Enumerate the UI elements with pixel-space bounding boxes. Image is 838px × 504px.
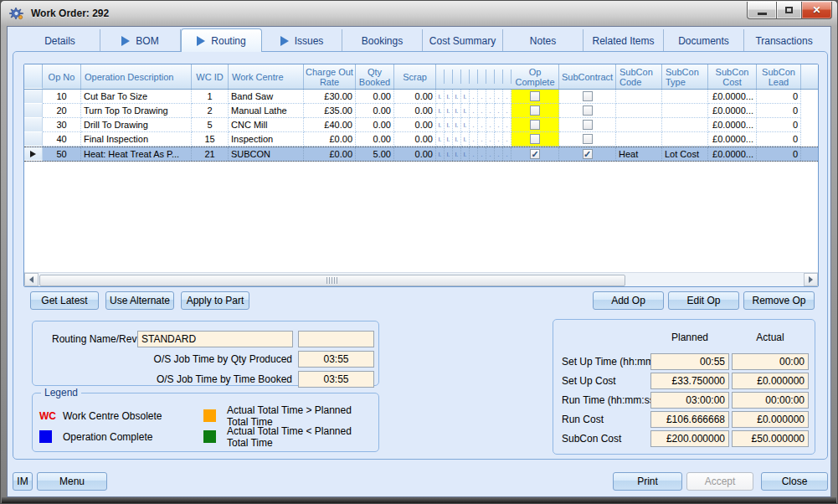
planned-run-time-hh-mm-ss--field[interactable]: 03:00:00 — [650, 392, 729, 409]
grid-cell-narrow: l. — [436, 90, 445, 104]
tab-transactions[interactable]: Transactions — [744, 29, 824, 52]
grid-header-subcon-cost[interactable]: SubCon Cost — [708, 64, 757, 89]
grid-cell-subcon-lead: 0 — [757, 104, 801, 118]
row-indicator-cell — [24, 90, 43, 104]
planned-subcon-cost-field[interactable]: £200.000000 — [650, 430, 729, 447]
routing-name-group: Routing Name/Rev STANDARD O/S Job Time b… — [32, 321, 379, 386]
os-job-time-qty-field[interactable]: 03:55 — [298, 351, 374, 368]
tab-arrow-icon — [280, 36, 289, 46]
grid-cell-narrow: l. — [461, 104, 470, 118]
grid-header-narrow-column[interactable] — [461, 64, 470, 89]
routing-name-input[interactable]: STANDARD — [137, 331, 293, 347]
tab-cost-summary[interactable]: Cost Summary — [423, 29, 503, 52]
grid-cell-narrow: l. — [453, 104, 461, 118]
subcontract-checkbox[interactable] — [583, 105, 593, 116]
scrollbar-thumb[interactable] — [39, 275, 625, 286]
window-title: Work Order: 292 — [31, 8, 109, 19]
print-button[interactable]: Print — [613, 472, 682, 491]
grid-cell-op-complete: ✓ — [512, 147, 559, 161]
subcontract-checkbox[interactable] — [583, 120, 593, 130]
grid-header-narrow-column[interactable] — [503, 64, 512, 89]
actual-run-cost-field[interactable]: £0.000000 — [732, 411, 809, 428]
subcontract-checkbox[interactable] — [583, 134, 593, 144]
grid-header-qty[interactable]: Qty Booked — [356, 64, 394, 89]
grid-cell-op-complete — [512, 104, 559, 118]
tab-notes[interactable]: Notes — [503, 29, 584, 52]
grid-cell-subcontract — [559, 90, 616, 104]
grid-horizontal-scrollbar[interactable] — [24, 272, 818, 286]
close-button[interactable]: ✕ — [802, 2, 832, 19]
grid-header-op-complete[interactable]: Op Complete — [512, 64, 559, 89]
menu-button[interactable]: Menu — [37, 472, 107, 491]
tab-bom[interactable]: BOM — [100, 29, 181, 52]
routing-name-label: Routing Name/Rev — [52, 333, 136, 345]
grid-row-op-10[interactable]: 10Cut Bar To Size1Band Saw£30.000.000.00… — [24, 90, 818, 104]
tab-details[interactable]: Details — [20, 29, 100, 52]
accept-button[interactable]: Accept — [686, 472, 753, 491]
grid-cell-subcon-type — [662, 90, 708, 104]
op-complete-checkbox[interactable] — [530, 105, 540, 116]
use-alternate-button[interactable]: Use Alternate — [105, 291, 174, 310]
scroll-right-button[interactable] — [804, 273, 818, 286]
minimize-button[interactable] — [747, 2, 777, 19]
actual-run-time-hh-mm-ss--field[interactable]: 00:00:00 — [732, 392, 809, 409]
subcontract-checkbox[interactable] — [583, 91, 593, 101]
op-complete-checkbox[interactable] — [530, 134, 540, 144]
grid-header-subcon-type[interactable]: SubCon Type — [662, 64, 708, 89]
grid-header-wc-id[interactable]: WC ID — [192, 64, 229, 89]
grid-header-work-centre[interactable]: Work Centre — [229, 64, 304, 89]
work-order-window: Work Order: 292 ✕ DetailsBOMRoutingIssue… — [0, 0, 838, 504]
scroll-right-icon — [809, 276, 813, 283]
tab-routing[interactable]: Routing — [181, 28, 262, 52]
im-button[interactable]: IM — [13, 472, 33, 491]
tab-documents[interactable]: Documents — [664, 29, 744, 52]
tab-issues[interactable]: Issues — [262, 29, 342, 52]
os-job-time-booked-field[interactable]: 03:55 — [298, 371, 374, 388]
tab-bookings[interactable]: Bookings — [342, 29, 423, 52]
actual-set-up-time-hh-mm--field[interactable]: 00:00 — [732, 353, 809, 370]
grid-header-subcontract[interactable]: SubContract — [559, 64, 616, 89]
remove-op-button[interactable]: Remove Op — [743, 291, 815, 310]
grid-header-subcon-lead[interactable]: SubCon Lead — [757, 64, 801, 89]
grid-header-narrow-column[interactable] — [445, 64, 453, 89]
subcontract-checkbox[interactable]: ✓ — [583, 149, 593, 159]
grid-cell-narrow: l. — [445, 118, 453, 132]
apply-to-part-button[interactable]: Apply to Part — [181, 291, 249, 310]
scroll-left-button[interactable] — [24, 273, 39, 286]
grid-header-narrow-column[interactable] — [495, 64, 503, 89]
op-complete-checkbox[interactable] — [530, 120, 540, 130]
grid-cell-subcontract — [559, 104, 616, 118]
add-op-button[interactable]: Add Op — [593, 291, 664, 310]
grid-header-description[interactable]: Operation Description — [81, 64, 192, 89]
grid-header-subcon-code[interactable]: SubCon Code — [616, 64, 662, 89]
close-footer-button[interactable]: Close — [761, 472, 828, 491]
grid-header-op-no[interactable]: Op No — [43, 64, 81, 89]
grid-cell-scrap: 0.00 — [394, 147, 436, 161]
grid-row-op-40[interactable]: 40Final Inspection15Inspection£0.000.000… — [24, 132, 818, 147]
op-complete-checkbox[interactable]: ✓ — [530, 149, 540, 159]
grid-row-op-30[interactable]: 30Drill To Drawing5CNC Mill£40.000.000.0… — [24, 118, 818, 132]
grid-header-narrow-column[interactable] — [478, 64, 486, 89]
grid-row-op-20[interactable]: 20Turn Top To Drawing2Manual Lathe£35.00… — [24, 104, 818, 118]
grid-header-scrap[interactable]: Scrap — [394, 64, 436, 89]
grid-cell-subcon-lead: 0 — [757, 118, 801, 132]
maximize-button[interactable] — [777, 2, 802, 19]
grid-row-op-50[interactable]: 50Heat: Heat Treat As P...21SUBCON£0.005… — [24, 147, 818, 162]
routing-rev-input[interactable] — [298, 331, 374, 347]
edit-op-button[interactable]: Edit Op — [668, 291, 739, 310]
actual-subcon-cost-field[interactable]: £50.000000 — [732, 430, 809, 447]
grid-header-rate[interactable]: Charge Out Rate — [304, 64, 356, 89]
planned-set-up-time-hh-mm--field[interactable]: 00:55 — [650, 353, 729, 370]
get-latest-button[interactable]: Get Latest — [30, 291, 99, 310]
grid-header-narrow-column[interactable] — [436, 64, 445, 89]
grid-header-narrow-column[interactable] — [453, 64, 461, 89]
grid-header-narrow-column[interactable] — [486, 64, 495, 89]
grid-cell-qty: 0.00 — [356, 90, 394, 104]
op-complete-checkbox[interactable] — [530, 91, 540, 101]
grid-header-narrow-column[interactable] — [470, 64, 478, 89]
grid-cell-narrow: l. — [445, 147, 453, 161]
actual-set-up-cost-field[interactable]: £0.000000 — [732, 373, 809, 389]
tab-related-items[interactable]: Related Items — [584, 29, 664, 52]
planned-run-cost-field[interactable]: £106.666668 — [650, 411, 729, 428]
planned-set-up-cost-field[interactable]: £33.750000 — [650, 373, 729, 389]
